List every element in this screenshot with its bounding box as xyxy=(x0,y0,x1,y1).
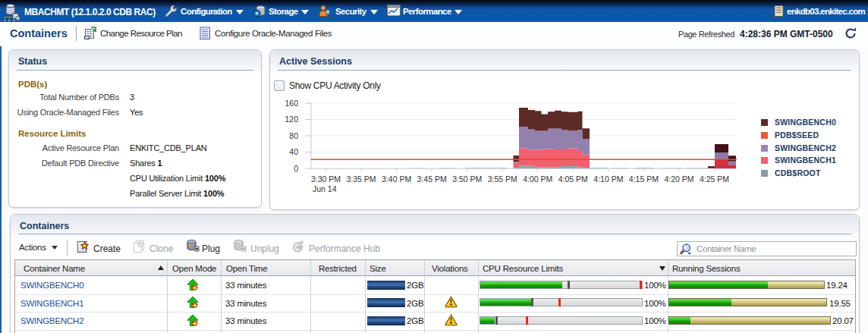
svg-text:4:00 PM: 4:00 PM xyxy=(523,174,552,184)
svg-text:4:25 PM: 4:25 PM xyxy=(700,174,729,184)
svg-text:3:35 PM: 3:35 PM xyxy=(346,174,376,184)
svg-text:3:45 PM: 3:45 PM xyxy=(417,174,447,184)
svg-text:120: 120 xyxy=(285,115,298,124)
svg-text:3:40 PM: 3:40 PM xyxy=(382,174,411,184)
svg-text:4:05 PM: 4:05 PM xyxy=(558,174,588,184)
svg-text:4:15 PM: 4:15 PM xyxy=(629,174,659,184)
svg-text:4:10 PM: 4:10 PM xyxy=(593,174,623,184)
svg-text:80: 80 xyxy=(289,131,298,140)
svg-text:3:30 PM: 3:30 PM xyxy=(311,174,341,184)
svg-text:40: 40 xyxy=(289,147,298,156)
svg-text:3:55 PM: 3:55 PM xyxy=(488,174,517,184)
svg-text:160: 160 xyxy=(285,99,298,108)
svg-text:3:50 PM: 3:50 PM xyxy=(452,174,482,184)
svg-text:Jun 14: Jun 14 xyxy=(313,184,337,193)
svg-text:0: 0 xyxy=(294,164,298,173)
svg-text:4:20 PM: 4:20 PM xyxy=(664,174,693,184)
